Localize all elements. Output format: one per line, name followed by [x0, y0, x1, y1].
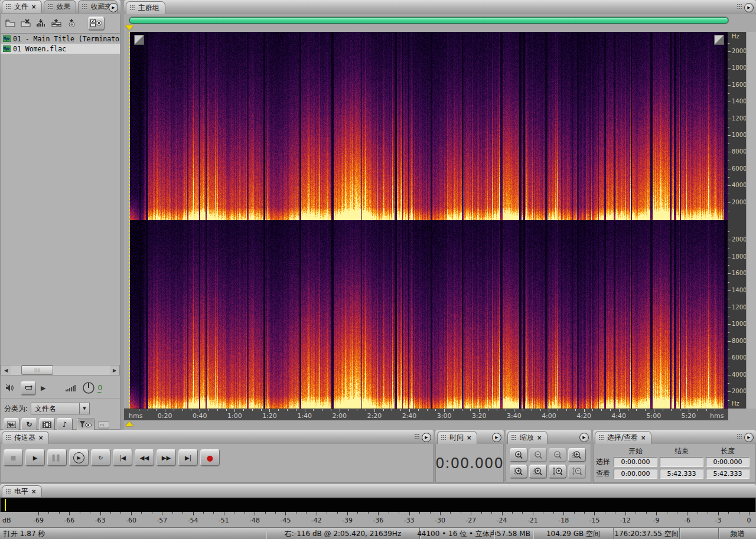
panel-menu-button[interactable]: ▶ — [579, 433, 589, 442]
zoom-selection-left-edge-button[interactable] — [510, 465, 527, 478]
time-field[interactable]: 0:00.000 — [614, 469, 657, 479]
zoom-to-selection-button[interactable] — [568, 448, 586, 462]
tab-transport[interactable]: 传送器 × — [2, 431, 49, 444]
scroll-thumb[interactable]: ||| — [21, 365, 53, 375]
time-field[interactable]: 5:42.333 — [660, 469, 703, 479]
close-icon[interactable]: × — [31, 489, 36, 495]
advanced-options-icon[interactable]: c:\ — [98, 421, 109, 429]
time-field[interactable] — [660, 457, 703, 467]
display-corner-handle-left[interactable] — [134, 35, 144, 45]
tab-main-group[interactable]: 主群组 — [126, 1, 165, 14]
zoom-selection-right-edge-button[interactable] — [529, 465, 547, 478]
insert-into-cd-icon[interactable] — [66, 18, 77, 28]
time-tick-label: 4:00 — [538, 412, 559, 420]
rewind-button[interactable]: ◀◀ — [135, 449, 154, 466]
time-ruler[interactable]: hmshms0:200:401:001:201:402:002:202:403:… — [124, 409, 728, 420]
level-meter-display[interactable] — [0, 498, 756, 512]
freq-tick-label: 4000 — [732, 182, 746, 188]
panel-menu-button[interactable]: ▶ — [492, 433, 501, 442]
tab-selection-view[interactable]: 选择/查看 × — [595, 431, 651, 444]
display-corner-handle-right[interactable] — [714, 35, 724, 45]
chevron-down-icon[interactable]: ▼ — [79, 403, 89, 414]
autoplay-speaker-icon[interactable] — [5, 384, 16, 392]
close-icon[interactable]: × — [467, 435, 471, 441]
tab-time[interactable]: 时间 × — [437, 431, 477, 444]
panel-menu-button[interactable]: ▶ — [744, 3, 754, 12]
time-tab-label: 时间 — [449, 433, 464, 443]
tab-zoom[interactable]: 缩放 × — [507, 431, 548, 444]
volume-knob[interactable] — [82, 381, 95, 394]
close-icon[interactable]: × — [38, 435, 43, 441]
file-list[interactable]: 01 - Main Title (Terminato01 Women.flac — [1, 33, 120, 364]
time-tick — [322, 409, 322, 411]
show-midi-files-button[interactable]: ♪ — [57, 418, 73, 431]
go-to-end-button[interactable]: ▶| — [178, 449, 198, 466]
loop-play-button[interactable]: ↻ — [91, 449, 110, 466]
freq-tick — [728, 273, 731, 274]
open-file-icon[interactable] — [4, 18, 16, 28]
freq-tick — [728, 93, 729, 94]
scroll-right-arrow[interactable]: ▶ — [110, 365, 119, 375]
db-tick-label: 0 — [741, 517, 756, 524]
freq-tick-label: 12000 — [732, 304, 746, 311]
spectrogram-left-channel[interactable] — [130, 32, 728, 220]
show-loop-files-button[interactable]: ↻ — [21, 418, 37, 431]
zoom-out-vertical-button[interactable] — [568, 465, 586, 478]
db-tick — [357, 512, 358, 514]
panel-menu-button[interactable]: ▶ — [109, 3, 118, 12]
play-button[interactable]: ▶ — [25, 449, 45, 466]
close-icon[interactable]: × — [537, 435, 542, 441]
vertical-scroll-strip[interactable] — [746, 32, 756, 409]
file-list-hscrollbar[interactable]: ◀ ||| ▶ — [1, 365, 120, 375]
volume-bars-icon[interactable] — [66, 384, 77, 391]
pause-button[interactable]: ▌▌ — [47, 449, 67, 466]
db-tick — [512, 512, 513, 514]
selection-start-marker-bottom[interactable] — [125, 422, 133, 426]
zoom-in-horizontal-button[interactable] — [510, 448, 527, 462]
navigator-range-bar[interactable] — [129, 17, 728, 24]
close-file-icon[interactable] — [19, 18, 31, 28]
db-tick — [152, 512, 152, 514]
show-video-files-button[interactable] — [39, 418, 55, 431]
loop-preview-button[interactable] — [21, 381, 36, 395]
panel-menu-button[interactable]: ▶ — [744, 433, 754, 442]
db-tick — [471, 512, 471, 515]
tab-level[interactable]: 电平 × — [2, 485, 42, 497]
scroll-track[interactable]: ||| — [11, 365, 110, 375]
fast-forward-button[interactable]: ▶▶ — [157, 449, 176, 466]
close-icon[interactable]: × — [31, 4, 36, 10]
show-options-icon[interactable] — [88, 17, 105, 30]
play-from-cursor-button[interactable]: ▶ — [69, 449, 89, 466]
freq-unit-label: Hz — [732, 33, 739, 40]
panel-menu-button[interactable]: ▶ — [422, 433, 431, 442]
go-to-start-button[interactable]: |◀ — [113, 449, 132, 466]
tab-files[interactable]: 文件× — [2, 0, 42, 13]
playhead-cursor[interactable] — [129, 32, 130, 409]
insert-into-multitrack-icon[interactable] — [50, 18, 62, 28]
record-button[interactable]: ● — [200, 449, 220, 466]
sort-select[interactable]: 文件名 ▼ — [31, 403, 90, 414]
preview-play-icon[interactable]: ▶ — [41, 384, 45, 392]
zoom-out-full-button[interactable] — [549, 448, 566, 462]
file-list-item[interactable]: 01 Women.flac — [1, 44, 120, 54]
file-list-item[interactable]: 01 - Main Title (Terminato — [1, 34, 120, 44]
scroll-left-arrow[interactable]: ◀ — [1, 365, 11, 375]
tab-effects[interactable]: 效果 — [44, 0, 76, 13]
time-field[interactable]: 0:00.000 — [706, 457, 750, 467]
stop-button[interactable]: ■ — [4, 449, 23, 466]
selection-start-marker-top[interactable] — [125, 25, 133, 30]
zoom-out-horizontal-button[interactable] — [529, 448, 547, 462]
show-audio-files-button[interactable] — [4, 418, 19, 431]
navigator-track[interactable] — [129, 17, 729, 24]
import-file-icon[interactable] — [35, 18, 47, 28]
time-tick — [139, 409, 139, 411]
frequency-ruler[interactable]: Hz20000200001800018000160001600014000140… — [728, 32, 746, 409]
time-field[interactable]: 5:42.333 — [706, 469, 750, 479]
spectrogram-right-channel[interactable] — [130, 220, 728, 409]
zoom-in-vertical-button[interactable] — [549, 465, 566, 478]
time-field[interactable]: 0:00.000 — [614, 457, 657, 467]
files-panel-body: 01 - Main Title (Terminato01 Women.flac … — [0, 14, 120, 430]
close-icon[interactable]: × — [641, 435, 646, 441]
preview-volume-value[interactable]: 0 — [97, 384, 102, 393]
db-tick-label: -15 — [586, 517, 602, 524]
